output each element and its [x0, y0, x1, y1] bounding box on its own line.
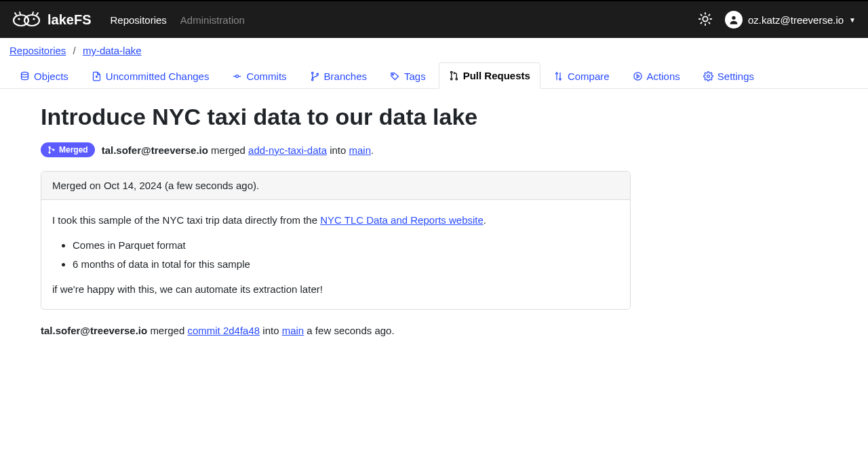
into-word: into: [330, 144, 346, 156]
svg-point-25: [450, 78, 452, 80]
file-diff-icon: [92, 71, 102, 81]
svg-point-24: [450, 71, 452, 73]
status-text: tal.sofer@treeverse.io merged add-nyc-ta…: [102, 144, 374, 156]
svg-point-14: [22, 72, 28, 75]
period: .: [371, 144, 374, 156]
tab-label: Compare: [568, 71, 610, 82]
tab-label: Branches: [324, 71, 367, 82]
tab-uncommitted[interactable]: Uncommitted Changes: [81, 63, 220, 89]
tab-label: Actions: [647, 71, 680, 82]
svg-point-29: [49, 146, 50, 148]
tab-actions[interactable]: Actions: [623, 63, 690, 89]
svg-point-1: [24, 15, 39, 26]
pr-author: tal.sofer@treeverse.io: [102, 144, 208, 156]
pull-request-icon: [449, 71, 459, 81]
merge-icon: [47, 146, 56, 154]
source-branch-link[interactable]: add-nyc-taxi-data: [248, 144, 327, 156]
tab-label: Objects: [34, 71, 68, 82]
gear-icon: [703, 71, 713, 81]
tag-icon: [390, 71, 400, 81]
svg-point-22: [317, 73, 319, 75]
pr-status-line: Merged tal.sofer@treeverse.io merged add…: [41, 142, 827, 157]
play-circle-icon: [633, 71, 643, 81]
svg-line-12: [709, 14, 709, 15]
nav-administration[interactable]: Administration: [180, 14, 245, 26]
commit-link[interactable]: commit 2d4fa48: [187, 325, 260, 336]
svg-point-28: [707, 75, 709, 77]
merged-word: merged: [211, 144, 245, 156]
pr-description-card: Merged on Oct 14, 2024 (a few seconds ag…: [41, 171, 631, 310]
lakefs-logo-icon: [12, 11, 41, 28]
tab-branches[interactable]: Branches: [300, 63, 377, 89]
target-branch-link[interactable]: main: [349, 144, 372, 156]
svg-line-11: [701, 22, 701, 23]
svg-line-7: [701, 14, 701, 15]
body-paragraph-2: if we're happy with this, we can automat…: [52, 281, 619, 297]
brand-text: lakeFS: [47, 12, 91, 28]
topnav: Repositories Administration: [110, 14, 244, 26]
user-menu[interactable]: oz.katz@treeverse.io ▼: [725, 11, 856, 28]
user-avatar-icon: [725, 11, 743, 28]
svg-point-20: [311, 72, 313, 74]
card-body: I took this sample of the NYC taxi trip …: [41, 200, 630, 309]
commit-icon: [232, 71, 242, 81]
svg-point-2: [18, 18, 20, 20]
svg-point-17: [236, 75, 239, 77]
tab-pull-requests[interactable]: Pull Requests: [439, 62, 540, 89]
topbar: lakeFS Repositories Administration oz.ka…: [0, 0, 868, 38]
topbar-right: oz.katz@treeverse.io ▼: [698, 11, 856, 28]
branch-icon: [310, 71, 320, 81]
p1-prefix: I took this sample of the NYC taxi trip …: [52, 214, 320, 226]
p1-link[interactable]: NYC TLC Data and Reports website: [320, 214, 484, 226]
svg-point-21: [311, 79, 313, 81]
logo-area[interactable]: lakeFS: [12, 11, 91, 28]
tab-label: Commits: [246, 71, 286, 82]
svg-point-4: [703, 16, 707, 21]
tab-label: Uncommitted Changes: [106, 71, 210, 82]
merged-badge: Merged: [41, 142, 95, 157]
p1-suffix: .: [484, 214, 486, 226]
breadcrumb-repositories[interactable]: Repositories: [9, 45, 66, 56]
body-paragraph-1: I took this sample of the NYC taxi trip …: [52, 212, 619, 228]
svg-point-23: [392, 74, 393, 75]
tab-tags[interactable]: Tags: [380, 63, 436, 89]
breadcrumb-separator: /: [73, 45, 76, 56]
merge-suffix: a few seconds ago.: [307, 325, 394, 336]
compare-icon: [553, 71, 564, 81]
list-item: 6 months of data in total for this sampl…: [73, 256, 619, 272]
body-bullet-list: Comes in Parquet format 6 months of data…: [73, 237, 619, 272]
breadcrumb: Repositories / my-data-lake: [0, 38, 868, 62]
into-word: into: [262, 325, 279, 336]
svg-line-8: [709, 22, 709, 23]
list-item: Comes in Parquet format: [73, 237, 619, 253]
caret-down-icon: ▼: [849, 16, 856, 24]
svg-point-13: [732, 16, 735, 20]
tab-label: Settings: [717, 71, 754, 82]
tab-commits[interactable]: Commits: [222, 63, 296, 89]
database-icon: [20, 71, 30, 81]
merge-word: merged: [150, 325, 184, 336]
nav-repositories[interactable]: Repositories: [110, 14, 166, 26]
tab-label: Tags: [404, 71, 426, 82]
svg-point-30: [49, 152, 50, 153]
pr-title: Introduce NYC taxi data to our data lake: [41, 104, 827, 130]
svg-point-26: [456, 78, 458, 80]
theme-toggle-icon[interactable]: [698, 12, 713, 28]
user-email: oz.katz@treeverse.io: [748, 14, 844, 26]
card-header: Merged on Oct 14, 2024 (a few seconds ag…: [41, 172, 630, 200]
tab-objects[interactable]: Objects: [9, 63, 79, 89]
svg-point-27: [633, 72, 641, 79]
merge-summary-line: tal.sofer@treeverse.io merged commit 2d4…: [41, 325, 827, 336]
tab-label: Pull Requests: [463, 70, 530, 81]
target-branch-link[interactable]: main: [282, 325, 304, 336]
breadcrumb-repo[interactable]: my-data-lake: [83, 45, 142, 56]
tab-settings[interactable]: Settings: [693, 63, 764, 89]
svg-point-3: [33, 18, 35, 20]
repo-tabs: Objects Uncommitted Changes Commits Bran…: [0, 62, 868, 89]
tab-compare[interactable]: Compare: [543, 63, 620, 89]
main: Introduce NYC taxi data to our data lake…: [0, 89, 868, 351]
badge-label: Merged: [59, 145, 88, 155]
merge-author: tal.sofer@treeverse.io: [41, 325, 147, 336]
